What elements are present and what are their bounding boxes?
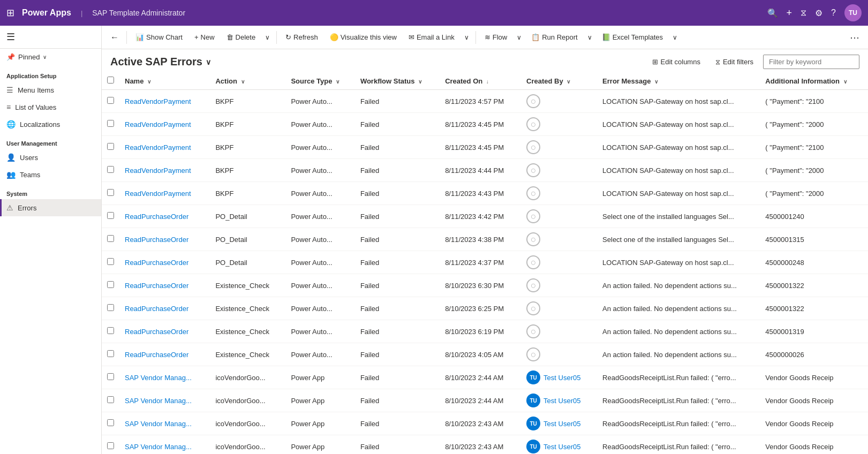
row-created-by-cell: TUTest User05 (521, 435, 597, 455)
row-additional-info-cell: Vendor Goods Receip (760, 435, 868, 455)
user-name-link[interactable]: Test User05 (544, 374, 580, 382)
email-dropdown[interactable]: ∨ (461, 31, 472, 44)
sidebar-item-menu-items[interactable]: ☰ Menu Items (0, 81, 101, 99)
row-checkbox[interactable] (107, 143, 114, 150)
sidebar-item-localizations[interactable]: 🌐 Localizations (0, 116, 101, 133)
grid-icon[interactable]: ⊞ (6, 7, 14, 19)
avatar[interactable]: TU (844, 4, 862, 21)
col-header-created-on[interactable]: Created On ↓ (440, 72, 521, 90)
row-checkbox[interactable] (107, 327, 114, 334)
hamburger-icon[interactable]: ☰ (6, 31, 15, 43)
row-name-link[interactable]: ReadPurchaseOrder (125, 259, 188, 267)
col-header-name[interactable]: Name ∨ (119, 72, 210, 90)
row-checkbox[interactable] (107, 281, 114, 288)
row-name-link[interactable]: ReadVendorPayment (125, 97, 191, 105)
col-header-additional-info[interactable]: Additional Information ∨ (760, 72, 868, 90)
row-action-cell: Existence_Check (210, 274, 285, 297)
row-action-cell: BKPF (210, 136, 285, 159)
row-checkbox[interactable] (107, 442, 114, 449)
excel-templates-button[interactable]: 📗 Excel Templates (597, 31, 668, 44)
col-header-action[interactable]: Action ∨ (210, 72, 285, 90)
col-header-error-message[interactable]: Error Message ∨ (597, 72, 760, 90)
row-name-link[interactable]: ReadPurchaseOrder (125, 328, 188, 336)
row-name-link[interactable]: ReadVendorPayment (125, 120, 191, 128)
app-name: Power Apps (22, 8, 71, 18)
row-name-link[interactable]: ReadVendorPayment (125, 143, 191, 152)
row-source-type-cell: Power App (285, 389, 355, 412)
search-icon[interactable]: 🔍 (767, 8, 778, 18)
row-checkbox[interactable] (107, 304, 114, 311)
row-checkbox[interactable] (107, 350, 114, 357)
row-name-link[interactable]: ReadPurchaseOrder (125, 282, 188, 290)
row-name-link[interactable]: ReadPurchaseOrder (125, 305, 188, 313)
row-name-link[interactable]: ReadPurchaseOrder (125, 351, 188, 359)
filter-icon[interactable]: ⧖ (801, 8, 806, 18)
row-checkbox[interactable] (107, 419, 114, 426)
run-report-button[interactable]: 📋 Run Report (526, 31, 583, 44)
user-name-link[interactable]: Test User05 (544, 443, 580, 451)
more-options-button[interactable]: ⋯ (846, 29, 864, 46)
new-button[interactable]: + New (189, 31, 220, 44)
view-dropdown-icon[interactable]: ∨ (206, 58, 211, 66)
help-icon[interactable]: ? (831, 8, 836, 18)
sidebar-pinned[interactable]: 📌 Pinned ∨ (0, 49, 101, 65)
row-checkbox-cell (102, 113, 119, 136)
row-checkbox[interactable] (107, 235, 114, 242)
empty-user-icon: ○ (526, 209, 540, 223)
row-checkbox[interactable] (107, 189, 114, 196)
visualize-button[interactable]: 🟡 Visualize this view (324, 31, 402, 44)
row-name-link[interactable]: SAP Vendor Manag... (125, 374, 192, 382)
row-checkbox[interactable] (107, 166, 114, 173)
plus-icon[interactable]: + (787, 7, 792, 19)
user-avatar: TU (526, 394, 540, 407)
flow-dropdown[interactable]: ∨ (514, 31, 525, 44)
row-name-link[interactable]: ReadPurchaseOrder (125, 236, 188, 244)
row-checkbox[interactable] (107, 258, 114, 265)
settings-icon[interactable]: ⚙ (815, 8, 822, 18)
row-name-link[interactable]: SAP Vendor Manag... (125, 397, 192, 405)
checkbox-col-header[interactable] (102, 72, 119, 90)
user-name-link[interactable]: Test User05 (544, 397, 580, 405)
row-name-link[interactable]: ReadVendorPayment (125, 190, 191, 198)
col-header-source-type[interactable]: Source Type ∨ (285, 72, 355, 90)
row-created-on-cell: 8/10/2023 2:43 AM (440, 412, 521, 435)
user-name-link[interactable]: Test User05 (544, 420, 580, 428)
sidebar-item-label: List of Values (15, 103, 56, 111)
filter-by-keyword-input[interactable] (763, 55, 859, 69)
edit-columns-button[interactable]: ⊞ Edit columns (647, 55, 706, 69)
refresh-button[interactable]: ↻ Refresh (280, 31, 323, 44)
row-name-link[interactable]: SAP Vendor Manag... (125, 420, 192, 428)
row-created-by-cell: ○ (521, 251, 597, 274)
sidebar-item-teams[interactable]: 👥 Teams (0, 166, 101, 183)
delete-button[interactable]: 🗑 Delete (221, 31, 261, 44)
show-chart-button[interactable]: 📊 Show Chart (130, 31, 188, 44)
row-checkbox[interactable] (107, 97, 114, 104)
edit-filters-button[interactable]: ⧖ Edit filters (710, 55, 759, 69)
back-button[interactable]: ← (106, 30, 123, 45)
row-checkbox[interactable] (107, 212, 114, 219)
row-name-link[interactable]: ReadVendorPayment (125, 167, 191, 175)
row-name-link[interactable]: ReadPurchaseOrder (125, 213, 188, 221)
sidebar-item-users[interactable]: 👤 Users (0, 149, 101, 166)
row-name-cell: ReadPurchaseOrder (119, 320, 210, 343)
row-checkbox[interactable] (107, 396, 114, 403)
email-link-button[interactable]: ✉ Email a Link (403, 31, 460, 44)
view-header: Active SAP Errors ∨ ⊞ Edit columns ⧖ Edi… (102, 49, 868, 72)
row-created-on-cell: 8/11/2023 4:38 PM (440, 228, 521, 251)
flow-button[interactable]: ≋ Flow (479, 31, 512, 44)
row-checkbox[interactable] (107, 373, 114, 380)
row-name-link[interactable]: SAP Vendor Manag... (125, 443, 192, 451)
col-header-workflow-status[interactable]: Workflow Status ∨ (355, 72, 440, 90)
col-header-created-by[interactable]: Created By ∨ (521, 72, 597, 90)
row-action-cell: PO_Detail (210, 251, 285, 274)
row-name-cell: SAP Vendor Manag... (119, 412, 210, 435)
delete-dropdown[interactable]: ∨ (262, 31, 273, 44)
row-checkbox[interactable] (107, 120, 114, 127)
row-additional-info-cell: ( "Payment": "2100 (760, 90, 868, 113)
row-checkbox-cell (102, 297, 119, 320)
sidebar-item-list-of-values[interactable]: ≡ List of Values (0, 99, 101, 116)
run-report-dropdown[interactable]: ∨ (584, 31, 595, 44)
select-all-checkbox[interactable] (107, 77, 114, 84)
excel-dropdown[interactable]: ∨ (669, 31, 681, 44)
sidebar-item-errors[interactable]: ⚠ Errors (0, 199, 101, 216)
